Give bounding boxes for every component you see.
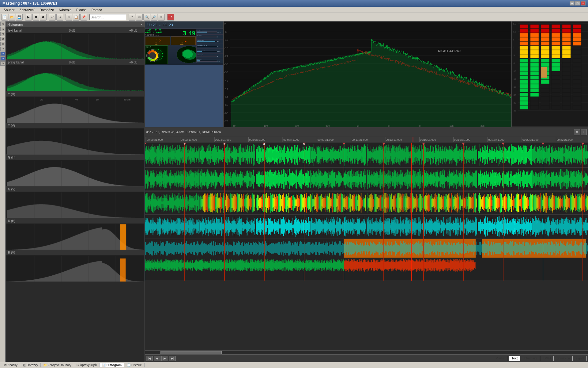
- sidebar-icon-6[interactable]: P: [0, 47, 5, 51]
- menu-zobrazeni[interactable]: Zobrazení: [17, 7, 37, 12]
- right-area: 11:21 - 11:23 087 - 181, RPM = 33, 30 cm…: [145, 21, 588, 362]
- plugin-area: 11:21 - 11:23: [145, 21, 224, 127]
- scrollbar-thumb[interactable]: [160, 351, 222, 354]
- levels-canvas: [512, 21, 588, 126]
- znacky-icon: 🏷: [4, 363, 7, 367]
- menu-pomoc[interactable]: Pomoc: [89, 7, 104, 12]
- tab-historie[interactable]: 🕐 Historie: [124, 363, 145, 367]
- instruments-area: 11:21 - 11:23: [145, 21, 588, 127]
- sidebar-icon-4[interactable]: N: [0, 37, 5, 41]
- toolbar-save[interactable]: 💾: [16, 14, 23, 21]
- tracks-area[interactable]: [145, 143, 588, 350]
- sidebar-icon-3[interactable]: P: [0, 32, 5, 36]
- tab-obrazky[interactable]: 🖼 Obrázky: [20, 363, 41, 367]
- window-controls: − □ ×: [570, 1, 586, 6]
- sidebar-icon-dtp2[interactable]: D: [0, 56, 5, 61]
- menu-soubor[interactable]: Soubor: [1, 7, 17, 12]
- plugin-top-bar: 11:21 - 11:23: [145, 21, 223, 29]
- toolbar-open[interactable]: 📂: [9, 14, 15, 21]
- nav-next[interactable]: ▶: [161, 356, 168, 361]
- toolbar-copy[interactable]: 📋: [73, 14, 80, 21]
- plugin-canvas: [145, 29, 223, 65]
- bottom-tab-bar: 🏷 Značky 🖼 Obrázky 📁 Zdrojové soubory ✂ …: [0, 362, 588, 368]
- tab-playlist[interactable]: Playlist: [493, 356, 508, 361]
- ruler-canvas: [146, 137, 588, 143]
- left-panel: Histogram ×: [6, 21, 145, 362]
- nav-buttons: |◀ ◀ ▶ ▶| Playlist Text Informace DMM gr…: [145, 355, 588, 362]
- title-bar: Mastering : 087 - 181, 106997E1 − □ ×: [0, 0, 588, 7]
- minimize-button[interactable]: −: [570, 1, 575, 6]
- toolbar-paste[interactable]: 📌: [80, 14, 87, 21]
- toolbar-settings[interactable]: ⚙: [136, 14, 143, 21]
- sidebar-icon-od[interactable]: O: [0, 61, 5, 66]
- timeline-ruler: [145, 137, 588, 143]
- toolbar-new[interactable]: 📄: [1, 14, 8, 21]
- plugin-time: 11:21 - 11:23: [147, 23, 173, 27]
- menu-nastroje[interactable]: Nástroje: [56, 7, 74, 12]
- nav-end[interactable]: ▶|: [169, 356, 176, 361]
- toolbar-record[interactable]: ⏺: [40, 14, 47, 21]
- maximize-button[interactable]: □: [575, 1, 580, 6]
- levels-area: [511, 21, 588, 127]
- sidebar-icon-2[interactable]: Z: [0, 27, 5, 31]
- histogram-canvas: [6, 28, 145, 282]
- toolbar-refresh[interactable]: ↺: [158, 14, 165, 21]
- nav-begin[interactable]: |◀: [146, 356, 153, 361]
- window-title: Mastering : 087 - 181, 106997E1: [2, 1, 570, 6]
- tl-btn-1[interactable]: ⚙: [574, 129, 580, 135]
- nav-prev[interactable]: ◀: [154, 356, 160, 361]
- sidebar-icon-1[interactable]: E: [0, 22, 5, 26]
- spectrum-canvas: [224, 21, 511, 127]
- toolbar-undo[interactable]: ↩: [49, 14, 56, 21]
- histogram-title: Histogram: [7, 23, 23, 26]
- histogram-close[interactable]: ×: [141, 23, 143, 26]
- toolbar-zoom-out[interactable]: 🔎: [151, 14, 157, 21]
- search-input[interactable]: [89, 14, 126, 20]
- tab-informace[interactable]: Informace: [521, 356, 540, 361]
- sidebar-icon-dtp[interactable]: D: [0, 52, 5, 56]
- tab-zdrojove[interactable]: 📁 Zdrojové soubory: [41, 363, 74, 367]
- toolbar-cut[interactable]: ✂: [66, 14, 72, 21]
- menu-bar: Soubor Zobrazení Databáze Nástroje Ploch…: [0, 7, 588, 13]
- toolbar-play[interactable]: ▶: [25, 14, 32, 21]
- tab-signal[interactable]: signál: [574, 356, 587, 361]
- tab-znacky[interactable]: 🏷 Značky: [1, 363, 20, 367]
- tab-histogram[interactable]: 📊 Histogram: [100, 363, 124, 367]
- timeline-toolbar: 087 - 181, RPM = 33, 30 cm, 106997E1, DH…: [145, 127, 588, 137]
- toolbar: 📄 📂 💾 ▶ ⏹ ⏺ ↩ ↪ ✂ 📋 📌 ? ⚙ 🔍 🔎 ↺ FX: [0, 13, 588, 21]
- tab-gramofon[interactable]: gramofon: [555, 356, 573, 361]
- left-sidebar: E Z P N @ P D D O: [0, 21, 6, 362]
- toolbar-fx[interactable]: FX: [167, 14, 174, 21]
- tracks-canvas: [145, 143, 588, 281]
- toolbar-help[interactable]: ?: [129, 14, 135, 21]
- spectrum-area: [224, 21, 511, 127]
- toolbar-redo[interactable]: ↪: [56, 14, 63, 21]
- horizontal-scrollbar[interactable]: [145, 350, 588, 355]
- tab-upravy[interactable]: ✂ Úpravy klipů: [74, 363, 100, 367]
- project-label: 087 - 181, RPM = 33, 30 cm, 106997E1, DH…: [146, 130, 221, 134]
- sidebar-icon-5[interactable]: @: [0, 42, 5, 46]
- toolbar-stop[interactable]: ⏹: [32, 14, 39, 21]
- close-button[interactable]: ×: [581, 1, 586, 6]
- tl-btn-expand[interactable]: ↕: [581, 129, 587, 135]
- toolbar-zoom-in[interactable]: 🔍: [143, 14, 150, 21]
- timeline-section: |◀ ◀ ▶ ▶| Playlist Text Informace DMM gr…: [145, 137, 588, 362]
- menu-plocha[interactable]: Plocha: [74, 7, 89, 12]
- main-layout: E Z P N @ P D D O Histogram × 11:21 - 11…: [0, 21, 588, 362]
- tab-text[interactable]: Text: [509, 356, 520, 361]
- tab-dmm[interactable]: DMM: [541, 356, 554, 361]
- histogram-header: Histogram ×: [6, 21, 145, 28]
- menu-databaze[interactable]: Databáze: [37, 7, 56, 12]
